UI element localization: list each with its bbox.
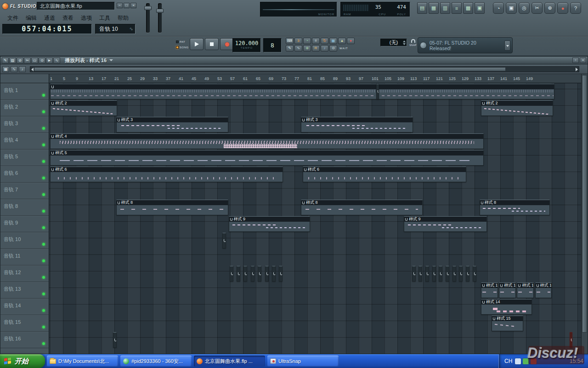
audio-clip-icon[interactable]: ♪ [19, 66, 26, 72]
news-panel[interactable]: 05-07: FL STUDIO 20 Released! [418, 37, 513, 53]
pattern-clip-样式3[interactable]: 样式 3 [301, 117, 413, 132]
pat-mode-led[interactable] [176, 40, 179, 43]
song-position-display[interactable]: 057:04:015 [2, 24, 92, 34]
pattern-clip[interactable] [473, 266, 476, 282]
track-mute-led[interactable] [42, 144, 45, 146]
piano-roll-window-icon[interactable]: ▥ [440, 2, 450, 14]
playlist-grid[interactable]: 样式 2样式 2样式 3样式 3样式 4样式 5样式 6样式 6样式 8样式 8… [49, 83, 581, 354]
pattern-clip-样式9[interactable]: 样式 9 [404, 216, 487, 232]
pattern-clip-样式15[interactable]: 样式 15 [492, 316, 523, 331]
pattern-number-display[interactable]: 8 [263, 38, 282, 52]
pattern-clip[interactable] [243, 266, 247, 282]
pitch-slider-handle[interactable] [156, 9, 164, 13]
volume-slider-handle[interactable] [144, 6, 152, 10]
browser-window-icon[interactable]: ≡ [452, 2, 462, 14]
zoom-tool-icon[interactable]: ⊙ [39, 58, 45, 63]
time-clock-icon[interactable]: ◔ [493, 2, 504, 14]
pattern-clip-样式8[interactable]: 样式 8 [301, 200, 423, 215]
menu-item-文件[interactable]: 文件 [4, 13, 22, 22]
playlist-titlebar[interactable]: ✎▨⊘✂▭⊙►∿ 播放列表 - 样式 16 ▫× [0, 57, 588, 64]
language-indicator[interactable]: CH [504, 358, 512, 364]
slip-tool-icon[interactable]: ∿ [53, 58, 60, 63]
minimize-button[interactable]: − [117, 3, 123, 8]
zoom-icon[interactable]: ⊕ [544, 2, 555, 14]
select-tool-icon[interactable]: ▭ [31, 58, 38, 63]
track-mute-led[interactable] [42, 243, 45, 246]
track-mute-led[interactable] [42, 342, 45, 345]
pattern-clip[interactable] [466, 266, 469, 282]
menu-item-选项[interactable]: 选项 [77, 13, 96, 22]
pattern-clip-样式3[interactable]: 样式 3 [116, 117, 228, 132]
track-header-5[interactable]: 音轨 5 [0, 150, 49, 166]
pat-song-switch[interactable]: PAT SONG [176, 38, 190, 50]
track-header-14[interactable]: 音轨 14 [0, 299, 49, 315]
scroll-right-icon[interactable] [576, 68, 578, 71]
taskbar-task-3[interactable]: 北京圆舞曲水果.flp ... [194, 356, 265, 367]
remote-control-icon[interactable]: R [312, 45, 320, 52]
play-button[interactable] [190, 38, 204, 50]
track-header-2[interactable]: 音轨 2 [0, 100, 49, 116]
pattern-clip[interactable] [446, 266, 449, 282]
playlist-window-icon[interactable]: ▤ [417, 2, 427, 14]
track-header-10[interactable]: 音轨 10 [0, 232, 49, 249]
track-header-12[interactable]: 音轨 12 [0, 265, 49, 282]
track-mute-led[interactable] [42, 259, 45, 262]
pattern-clip-样式2[interactable]: 样式 2 [50, 100, 117, 116]
track-header-7[interactable]: 音轨 7 [0, 183, 49, 199]
pattern-clip[interactable] [459, 266, 463, 282]
menu-item-通道[interactable]: 通道 [40, 13, 59, 22]
step-edit-icon[interactable]: ▦ [329, 38, 337, 44]
track-mute-led[interactable] [42, 276, 45, 279]
step-sequencer-window-icon[interactable]: ▦ [429, 2, 439, 14]
midi-input-icon[interactable]: ♪ [321, 45, 328, 52]
track-header-3[interactable]: 音轨 3 [0, 116, 49, 133]
pattern-clip-样式8[interactable]: 样式 8 [480, 200, 550, 215]
pattern-clip-样式9[interactable]: 样式 9 [229, 216, 311, 232]
track-mute-led[interactable] [42, 127, 45, 130]
typing-keyboard-icon[interactable]: ⌨ [286, 38, 294, 44]
clip-source-icon[interactable]: ▦ [2, 66, 9, 72]
timeline-ruler[interactable]: 1591317212529333741454953576165697377818… [49, 74, 581, 83]
pattern-clip[interactable] [376, 84, 379, 99]
track-mute-led[interactable] [42, 193, 45, 196]
menu-item-帮助[interactable]: 帮助 [114, 13, 132, 22]
taskbar-task-4[interactable]: UltraSnap [267, 356, 339, 367]
news-scroll-button[interactable] [504, 40, 510, 51]
pattern-clip[interactable] [258, 266, 261, 282]
pattern-clip[interactable] [222, 233, 226, 248]
pattern-clip-样式13[interactable]: 样式 13 [535, 282, 552, 298]
draw-tool-icon[interactable]: ✎ [2, 58, 9, 63]
blend-recording-icon[interactable]: ≡ [312, 38, 320, 44]
playlist-maximize-button[interactable]: ▫ [572, 58, 579, 63]
track-header-13[interactable]: 音轨 13 [0, 282, 49, 299]
playlist-close-button[interactable]: × [580, 58, 586, 63]
delete-tool-icon[interactable]: ⊘ [17, 58, 23, 63]
master-pitch-slider[interactable] [158, 3, 162, 33]
tray-input-icon[interactable] [515, 358, 521, 364]
wait-input-icon[interactable]: ◔ [303, 38, 311, 44]
vertical-scrollbar[interactable] [581, 74, 588, 354]
taskbar-task-2[interactable]: #pid2933360 - 360安... [120, 356, 192, 367]
pattern-clip-样式13[interactable]: 样式 13 [517, 282, 534, 298]
track-mute-led[interactable] [42, 226, 45, 229]
track-header-9[interactable]: 音轨 9 [0, 216, 49, 232]
pattern-selector[interactable]: (无) [380, 39, 407, 46]
track-mute-led[interactable] [42, 177, 45, 179]
pattern-clip-样式6[interactable]: 样式 6 [303, 167, 466, 182]
menu-item-工具[interactable]: 工具 [96, 13, 114, 22]
track-mute-led[interactable] [42, 110, 45, 113]
pattern-clip-样式4[interactable]: 样式 4 [50, 133, 484, 149]
output-monitor-panel[interactable]: MONITOR [260, 2, 337, 17]
mixer-window-icon[interactable]: ▩ [463, 2, 473, 14]
tempo-display[interactable]: 120.000 TEMPO [232, 38, 261, 52]
track-mute-led[interactable] [42, 160, 45, 163]
horizontal-scrollbar[interactable] [30, 66, 579, 72]
song-mode-led[interactable] [176, 46, 179, 49]
render-icon[interactable]: ◎ [519, 2, 530, 14]
cut-icon[interactable]: ✂ [531, 2, 543, 14]
pattern-clip[interactable] [237, 266, 240, 282]
close-button[interactable]: × [130, 3, 136, 8]
master-volume-slider[interactable] [146, 3, 150, 33]
pattern-clip-样式5[interactable]: 样式 5 [50, 150, 484, 166]
pattern-clip[interactable] [425, 266, 429, 282]
